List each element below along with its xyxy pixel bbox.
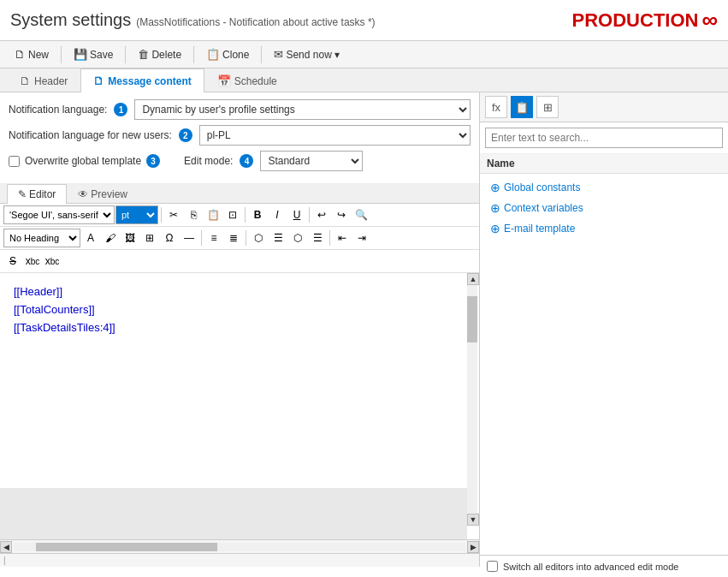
status-text: | <box>3 556 6 565</box>
ed-sep-6 <box>329 230 330 246</box>
right-tab-values[interactable]: 📋 <box>511 96 533 118</box>
main-area: Notification language: 1 Dynamic by user… <box>0 92 728 567</box>
edit-mode-label: Edit mode: <box>184 155 233 167</box>
hscroll-track[interactable] <box>14 543 465 551</box>
right-tab-grid[interactable]: ⊞ <box>536 96 559 118</box>
edit-mode-select[interactable]: Standard Advanced <box>260 151 363 171</box>
editor-inner[interactable]: [[Header]] [[TotalCounters]] [[TaskDetai… <box>0 273 479 347</box>
notification-language-new-users-row: Notification language for new users: 2 p… <box>9 125 471 146</box>
ed-sep-4 <box>201 230 202 246</box>
editor-content[interactable]: [[Header]] [[TotalCounters]] [[TaskDetai… <box>0 273 479 539</box>
image-button[interactable]: 🖼 <box>121 229 139 247</box>
overwrite-global-template-checkbox[interactable] <box>9 156 20 167</box>
schedule-tab-icon: 📅 <box>217 74 231 87</box>
table-button[interactable]: ⊞ <box>140 229 159 247</box>
tree-item-email-template[interactable]: ⊕ E-mail template <box>480 218 728 239</box>
cut-button[interactable]: ✂ <box>164 205 183 224</box>
right-panel: fx 📋 ⊞ Name ⊕ Global constants ⊕ C <box>480 92 728 567</box>
title-bar: System settings (MassNotifications - Not… <box>0 0 728 41</box>
tab-schedule[interactable]: 📅 Schedule <box>204 68 290 92</box>
overwrite-edit-row: Overwrite global template 3 Edit mode: 4… <box>9 151 471 171</box>
right-tab-fx[interactable]: fx <box>485 96 507 118</box>
preview-tab-icon: 👁 <box>78 188 88 200</box>
tab-header[interactable]: 🗋 Header <box>7 68 80 92</box>
scroll-track[interactable] <box>467 285 477 514</box>
page-title: System settings <box>10 10 131 30</box>
values-icon: 📋 <box>515 101 529 114</box>
align-center-button[interactable]: ☰ <box>269 229 287 247</box>
bold-button[interactable]: B <box>248 205 267 224</box>
editor-line-2: [[TotalCounters]] <box>14 301 465 319</box>
notification-language-new-users-num: 2 <box>179 128 192 142</box>
send-now-button[interactable]: ✉ Send now ▾ <box>266 45 346 64</box>
subscript-button[interactable]: xbc <box>43 252 62 271</box>
align-left-button[interactable]: ⬡ <box>249 229 268 247</box>
italic-button[interactable]: I <box>268 205 287 224</box>
delete-button[interactable]: 🗑 Delete <box>130 45 189 64</box>
new-button[interactable]: 🗋 New <box>7 45 56 64</box>
editor-tab-editor[interactable]: ✎ Editor <box>7 184 67 204</box>
ordered-list-button[interactable]: ≡ <box>204 229 223 247</box>
ed-sep-1 <box>161 207 162 223</box>
message-content-tab-icon: 🗋 <box>93 74 104 87</box>
find-button[interactable]: 🔍 <box>352 205 370 224</box>
indent-button[interactable]: ⇥ <box>352 229 371 247</box>
tree-item-context-variables[interactable]: ⊕ Context variables <box>480 198 728 218</box>
strikethrough-button[interactable]: S <box>3 252 22 271</box>
header-tab-icon: 🗋 <box>20 74 31 87</box>
right-table-header: Name <box>480 154 728 174</box>
scroll-right-arrow[interactable]: ▶ <box>467 541 479 553</box>
highlight-button[interactable]: 🖌 <box>101 229 120 247</box>
symbol-button[interactable]: Ω <box>160 229 179 247</box>
brand-text: PRODUCTION <box>572 9 699 32</box>
text-color-button[interactable]: A <box>81 229 100 247</box>
outdent-button[interactable]: ⇤ <box>333 229 352 247</box>
editor-toolbar-row1: 'Segoe UI', sans-serif pt 81012 ✂ ⎘ 📋 ⊡ … <box>0 204 479 227</box>
main-toolbar: 🗋 New 💾 Save 🗑 Delete 📋 Clone ✉ Send now… <box>0 41 728 68</box>
right-search-input[interactable] <box>485 128 723 148</box>
send-icon: ✉ <box>274 48 283 61</box>
scroll-down-arrow[interactable]: ▼ <box>467 514 479 526</box>
editor-tab-preview[interactable]: 👁 Preview <box>67 184 139 204</box>
vertical-scrollbar[interactable]: ▲ ▼ <box>467 273 479 526</box>
align-right-button[interactable]: ⬡ <box>288 229 307 247</box>
undo-button[interactable]: ↩ <box>312 205 331 224</box>
clone-button[interactable]: 📋 Clone <box>198 45 257 64</box>
advanced-edit-mode-label: Switch all editors into advanced edit mo… <box>503 562 678 572</box>
hr-button[interactable]: — <box>180 229 198 247</box>
save-icon: 💾 <box>74 48 87 61</box>
advanced-edit-mode-checkbox[interactable] <box>487 561 498 572</box>
editor-toolbar-row2: No Heading Heading 1 Heading 2 A 🖌 🖼 ⊞ Ω… <box>0 227 479 250</box>
paste-plain-button[interactable]: ⊡ <box>223 205 242 224</box>
font-family-select[interactable]: 'Segoe UI', sans-serif <box>3 205 115 224</box>
expand-context-variables-icon: ⊕ <box>490 201 500 215</box>
scroll-left-arrow[interactable]: ◀ <box>0 541 12 553</box>
left-panel: Notification language: 1 Dynamic by user… <box>0 92 480 567</box>
redo-button[interactable]: ↪ <box>332 205 351 224</box>
font-size-select[interactable]: pt 81012 <box>115 205 158 224</box>
heading-select[interactable]: No Heading Heading 1 Heading 2 <box>3 229 80 247</box>
editor-toolbar-row3: S xbc xbc <box>0 250 479 273</box>
horizontal-scrollbar[interactable]: ◀ ▶ <box>0 539 479 553</box>
ed-sep-5 <box>246 230 246 246</box>
scroll-up-arrow[interactable]: ▲ <box>467 273 479 285</box>
tab-message-content[interactable]: 🗋 Message content <box>80 68 204 92</box>
editor-tabs: ✎ Editor 👁 Preview <box>0 184 479 204</box>
superscript-button[interactable]: xbc <box>23 252 42 271</box>
notification-language-new-users-select[interactable]: pl-PL en-US <box>199 125 471 146</box>
toolbar-sep-2 <box>125 46 126 63</box>
copy-button[interactable]: ⎘ <box>184 205 203 224</box>
align-justify-button[interactable]: ☰ <box>308 229 327 247</box>
paste-button[interactable]: 📋 <box>204 205 222 224</box>
unordered-list-button[interactable]: ≣ <box>224 229 243 247</box>
notification-language-select[interactable]: Dynamic by user's profile settings Engli… <box>134 99 471 120</box>
form-section: Notification language: 1 Dynamic by user… <box>0 92 479 184</box>
notification-language-new-users-label: Notification language for new users: <box>9 129 172 141</box>
save-button[interactable]: 💾 Save <box>66 45 121 64</box>
scroll-thumb <box>467 296 477 342</box>
editor-placeholder-area <box>0 488 467 539</box>
underline-button[interactable]: U <box>287 205 306 224</box>
email-template-label: E-mail template <box>504 223 575 235</box>
tree-item-global-constants[interactable]: ⊕ Global constants <box>480 177 728 198</box>
title-left: System settings (MassNotifications - Not… <box>10 10 376 30</box>
